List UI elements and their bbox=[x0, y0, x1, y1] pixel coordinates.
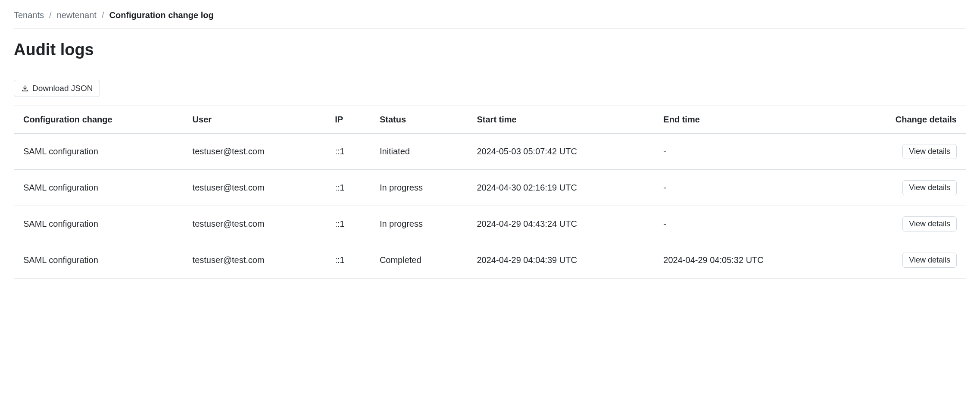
table-row: SAML configurationtestuser@test.com::1In… bbox=[14, 170, 966, 206]
view-details-button[interactable]: View details bbox=[902, 216, 957, 231]
breadcrumb-link-tenant[interactable]: newtenant bbox=[57, 10, 97, 20]
header-ip: IP bbox=[325, 106, 370, 134]
cell-user: testuser@test.com bbox=[183, 134, 326, 170]
cell-ip: ::1 bbox=[325, 242, 370, 278]
cell-status: Completed bbox=[370, 242, 468, 278]
cell-end-time: - bbox=[654, 134, 840, 170]
cell-user: testuser@test.com bbox=[183, 206, 326, 242]
table-row: SAML configurationtestuser@test.com::1In… bbox=[14, 134, 966, 170]
cell-config-change: SAML configuration bbox=[14, 170, 183, 206]
table-row: SAML configurationtestuser@test.com::1Co… bbox=[14, 242, 966, 278]
cell-ip: ::1 bbox=[325, 206, 370, 242]
breadcrumb-separator: / bbox=[102, 10, 104, 20]
view-details-button[interactable]: View details bbox=[902, 144, 957, 159]
cell-config-change: SAML configuration bbox=[14, 206, 183, 242]
view-details-button[interactable]: View details bbox=[902, 180, 957, 195]
cell-status: In progress bbox=[370, 206, 468, 242]
cell-change-details: View details bbox=[840, 206, 966, 242]
cell-status: In progress bbox=[370, 170, 468, 206]
header-change-details: Change details bbox=[840, 106, 966, 134]
cell-user: testuser@test.com bbox=[183, 242, 326, 278]
cell-change-details: View details bbox=[840, 242, 966, 278]
breadcrumb-link-tenants[interactable]: Tenants bbox=[14, 10, 44, 20]
cell-start-time: 2024-04-29 04:43:24 UTC bbox=[468, 206, 654, 242]
table-row: SAML configurationtestuser@test.com::1In… bbox=[14, 206, 966, 242]
audit-logs-table: Configuration change User IP Status Star… bbox=[14, 106, 966, 278]
cell-user: testuser@test.com bbox=[183, 170, 326, 206]
cell-start-time: 2024-04-29 04:04:39 UTC bbox=[468, 242, 654, 278]
header-config-change: Configuration change bbox=[14, 106, 183, 134]
breadcrumb-current: Configuration change log bbox=[109, 10, 213, 20]
header-start-time: Start time bbox=[468, 106, 654, 134]
download-json-button[interactable]: Download JSON bbox=[14, 80, 100, 97]
breadcrumb: Tenants / newtenant / Configuration chan… bbox=[14, 10, 966, 28]
view-details-button[interactable]: View details bbox=[902, 253, 957, 268]
cell-end-time: - bbox=[654, 170, 840, 206]
download-icon bbox=[21, 84, 29, 92]
download-json-label: Download JSON bbox=[32, 84, 93, 93]
cell-end-time: - bbox=[654, 206, 840, 242]
header-end-time: End time bbox=[654, 106, 840, 134]
cell-config-change: SAML configuration bbox=[14, 242, 183, 278]
header-status: Status bbox=[370, 106, 468, 134]
cell-status: Initiated bbox=[370, 134, 468, 170]
page-title: Audit logs bbox=[14, 41, 966, 59]
cell-change-details: View details bbox=[840, 134, 966, 170]
cell-start-time: 2024-04-30 02:16:19 UTC bbox=[468, 170, 654, 206]
cell-ip: ::1 bbox=[325, 170, 370, 206]
cell-config-change: SAML configuration bbox=[14, 134, 183, 170]
cell-start-time: 2024-05-03 05:07:42 UTC bbox=[468, 134, 654, 170]
cell-change-details: View details bbox=[840, 170, 966, 206]
cell-end-time: 2024-04-29 04:05:32 UTC bbox=[654, 242, 840, 278]
breadcrumb-separator: / bbox=[49, 10, 52, 20]
header-user: User bbox=[183, 106, 326, 134]
cell-ip: ::1 bbox=[325, 134, 370, 170]
